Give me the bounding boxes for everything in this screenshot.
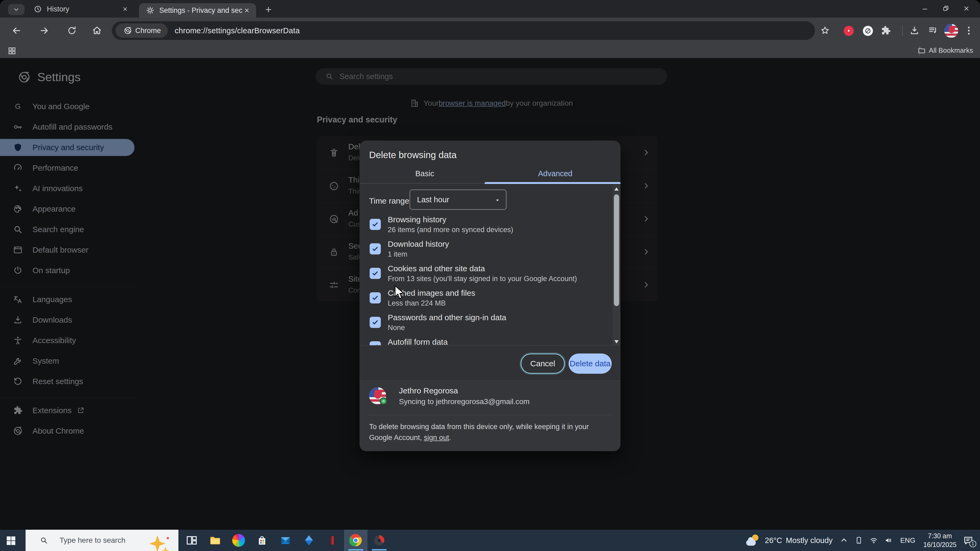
close-icon [963, 5, 970, 13]
dialog-title: Delete browsing data [369, 149, 457, 160]
forward-icon[interactable] [39, 25, 49, 36]
downloads-icon[interactable] [909, 25, 920, 36]
checkbox-checked-icon[interactable] [370, 268, 381, 279]
restore-button[interactable] [935, 2, 956, 16]
account-name: Jethro Regorosa [399, 386, 458, 395]
data-type-label: Cookies and other site data [388, 264, 485, 273]
data-type-row-autofill-form-data: Autofill form data [360, 337, 610, 346]
chevron-down-icon [13, 6, 20, 14]
footer-divider [369, 415, 611, 415]
wifi-icon[interactable] [870, 536, 878, 545]
page-content: Settings GYou and GoogleAutofill and pas… [0, 58, 980, 530]
taskbar-app-blue-app[interactable] [297, 530, 321, 551]
blue-app-icon [302, 534, 315, 547]
time-range-label: Time range [369, 197, 409, 205]
history-clock-icon [33, 5, 42, 13]
tab-label: History [47, 5, 121, 13]
data-type-row-passwords-and-other-sign-in-data: Passwords and other sign-in dataNone [360, 313, 610, 337]
notification-center-icon[interactable]: 1 [963, 535, 974, 546]
tab-search-button[interactable] [8, 4, 24, 15]
extension-white-icon[interactable] [863, 26, 873, 36]
taskbar-app-task-view[interactable] [180, 530, 204, 551]
taskbar-app-store[interactable] [250, 530, 274, 551]
checkbox-checked-icon[interactable] [370, 292, 381, 303]
taskbar: Type here to search 26°C Mostly cloudy E… [0, 530, 980, 551]
kebab-menu-icon[interactable] [964, 25, 974, 36]
url-text: chrome://settings/clearBrowserData [175, 26, 300, 35]
close-icon[interactable] [121, 5, 130, 14]
notification-badge: 1 [969, 540, 976, 547]
site-chip[interactable]: Chrome [116, 24, 168, 38]
extension-red-icon[interactable] [844, 26, 854, 36]
extensions-puzzle-icon[interactable] [880, 25, 891, 36]
bookmark-star-icon[interactable] [820, 25, 830, 36]
minimize-icon [921, 5, 928, 13]
data-type-label: Browsing history [388, 215, 446, 224]
active-tab-underline [485, 182, 620, 184]
scroll-down-icon[interactable] [614, 340, 619, 343]
date: 16/10/2025 [923, 540, 956, 549]
taskbar-app-file-explorer[interactable] [204, 530, 227, 551]
windows-start-icon[interactable] [5, 535, 16, 546]
data-type-detail: From 13 sites (you'll stay signed in to … [388, 275, 577, 283]
system-tray: 26°C Mostly cloudy ENG 7:30 am 16/10/202… [746, 530, 980, 551]
footer-text-after: . [449, 433, 451, 441]
checkbox-checked-icon[interactable] [370, 243, 381, 254]
checkbox-checked-icon[interactable] [370, 317, 381, 328]
checkbox-checked-icon[interactable] [370, 219, 381, 230]
new-tab-button[interactable] [262, 4, 275, 16]
profile-avatar[interactable] [944, 24, 958, 38]
copilot-sparkle-icon [143, 534, 173, 547]
taskbar-app-mail[interactable] [274, 530, 297, 551]
delete-data-button[interactable]: Delete data [568, 354, 612, 374]
weather-condition[interactable]: Mostly cloudy [786, 536, 833, 545]
navigation-toolbar: Chrome chrome://settings/clearBrowserDat… [0, 17, 980, 44]
sync-badge-icon [380, 397, 387, 405]
home-icon[interactable] [92, 25, 102, 36]
scroll-up-icon[interactable] [614, 187, 619, 191]
scrollbar-thumb[interactable] [614, 194, 619, 306]
cancel-button[interactable]: Cancel [520, 354, 565, 374]
apps-grid-icon[interactable] [8, 46, 16, 56]
sign-out-link[interactable]: sign out [424, 433, 449, 441]
reload-icon[interactable] [67, 25, 77, 36]
weather-icon[interactable] [746, 535, 759, 546]
window-controls [915, 2, 977, 16]
checkbox-checked-icon[interactable] [370, 341, 381, 346]
dialog-scrollbar[interactable] [612, 185, 620, 346]
back-icon[interactable] [11, 25, 22, 36]
tab-label: Settings - Privacy and security [159, 6, 242, 14]
tab-history[interactable]: History [27, 3, 135, 16]
taskbar-app-pinwheel[interactable] [227, 530, 250, 551]
chrome-icon [124, 26, 132, 35]
tab-advanced[interactable]: Advanced [515, 169, 595, 178]
taskbar-search-input[interactable]: Type here to search [25, 530, 178, 551]
minimize-button[interactable] [915, 2, 935, 16]
close-icon[interactable] [242, 6, 251, 15]
all-bookmarks-button[interactable]: All Bookmarks [918, 46, 973, 55]
pinwheel-icon [232, 534, 245, 547]
bookmarks-bar: All Bookmarks [0, 44, 980, 58]
data-type-label: Download history [388, 240, 449, 249]
address-bar[interactable]: Chrome chrome://settings/clearBrowserDat… [112, 21, 815, 40]
tab-settings[interactable]: Settings - Privacy and security [139, 3, 256, 17]
taskbar-app-red-app[interactable] [321, 530, 344, 551]
chevron-up-icon[interactable] [840, 536, 848, 545]
time-range-dropdown[interactable]: Last hour [410, 189, 506, 210]
restore-icon [942, 5, 949, 13]
close-button[interactable] [956, 2, 977, 16]
reading-list-icon[interactable] [928, 25, 939, 36]
clock[interactable]: 7:30 am 16/10/2025 [923, 532, 956, 549]
plus-icon [264, 10, 272, 14]
taskbar-app-chrome[interactable] [344, 530, 368, 551]
language-indicator[interactable]: ENG [900, 536, 915, 545]
device-icon[interactable] [854, 536, 863, 545]
store-icon [256, 534, 269, 547]
open-app-indicator [348, 549, 363, 551]
tab-basic[interactable]: Basic [385, 169, 465, 178]
taskbar-search-placeholder: Type here to search [60, 536, 139, 545]
weather-temperature[interactable]: 26°C [765, 536, 782, 545]
open-app-indicator [372, 549, 387, 551]
speaker-icon[interactable] [885, 536, 893, 545]
taskbar-app-screen-recorder[interactable] [368, 530, 391, 551]
